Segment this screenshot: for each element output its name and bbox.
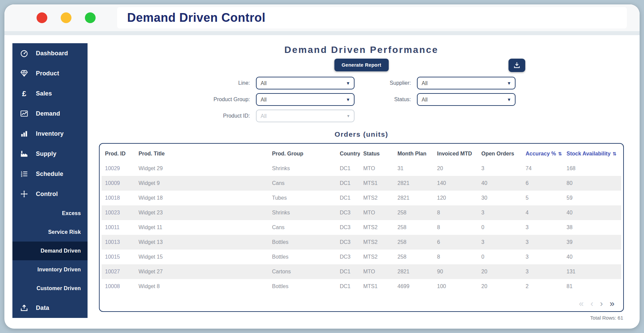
sidebar-item-product[interactable]: Product — [12, 63, 88, 83]
download-button[interactable] — [508, 59, 525, 72]
table-cell-status: MTS1 — [360, 279, 394, 294]
zoom-window-button[interactable] — [85, 12, 96, 23]
table-cell-accuracy: 5 — [522, 191, 563, 205]
gem-icon — [20, 69, 32, 78]
first-page-button[interactable]: « — [579, 299, 584, 308]
table-cell-prod-title: Widget 27 — [135, 264, 269, 279]
orders-title: Orders (units) — [99, 130, 624, 138]
table-cell-accuracy: 3 — [522, 264, 563, 279]
filter-product-group: All▼ — [256, 93, 355, 106]
table-cell-invoiced-mtd: 8 — [434, 205, 478, 220]
table-cell-country: DC1 — [336, 279, 360, 294]
table-cell-month-plan: 4699 — [394, 279, 434, 294]
column-header-invoiced-mtd: Invoiced MTD — [434, 146, 478, 161]
table-cell-status: MTS2 — [360, 250, 394, 264]
window-title-box: Demand Driven Control — [117, 7, 627, 28]
column-header-label: Open Orders — [481, 151, 514, 156]
line-select[interactable]: All — [256, 77, 355, 89]
column-header-stock-availability[interactable]: Stock Availability⇅ — [563, 146, 621, 161]
filter-supplier: All▼ — [417, 77, 516, 89]
column-header-accuracy[interactable]: Accuracy %⇅ — [522, 146, 563, 161]
sidebar-item-demand[interactable]: Demand — [12, 104, 88, 124]
table-cell-accuracy: 3 — [522, 220, 563, 235]
product-group-select[interactable]: All — [256, 93, 355, 106]
table-cell-open-orders: 40 — [478, 176, 522, 191]
gauge-icon — [20, 49, 32, 58]
table-cell-status: MTO — [360, 205, 394, 220]
sidebar-item-label: Demand — [36, 110, 60, 117]
svg-text:£: £ — [22, 89, 26, 98]
sidebar-item-dashboard[interactable]: Dashboard — [12, 43, 88, 63]
table-cell-accuracy: 3 — [522, 250, 563, 264]
table-cell-invoiced-mtd: 100 — [434, 279, 478, 294]
download-icon — [513, 62, 521, 69]
column-header-label: Prod. Group — [272, 151, 303, 156]
table-cell-invoiced-mtd: 90 — [434, 264, 478, 279]
table-cell-invoiced-mtd: 140 — [434, 176, 478, 191]
numbered-list-icon: 123 — [20, 170, 32, 178]
table-cell-month-plan: 258 — [394, 220, 434, 235]
table-cell-prod-group: Cans — [269, 220, 336, 235]
table-cell-prod-group: Shrinks — [269, 205, 336, 220]
sidebar-item-inventory[interactable]: Inventory — [12, 124, 88, 144]
supplier-select[interactable]: All — [417, 77, 516, 89]
table-cell-country: DC1 — [336, 176, 360, 191]
table-cell-prod-title: Widget 23 — [135, 205, 269, 220]
table-cell-open-orders: 0 — [478, 220, 522, 235]
filter-label-product-group: Product Group: — [214, 96, 250, 103]
generate-report-button[interactable]: Generate Report — [334, 59, 388, 71]
table-cell-month-plan: 2821 — [394, 264, 434, 279]
column-header-country: Country — [336, 146, 360, 161]
filter-line: All▼ — [256, 77, 355, 89]
sidebar-item-schedule[interactable]: 123Schedule — [12, 164, 88, 184]
table-cell-prod-id: 10013 — [102, 235, 135, 250]
sidebar-item-supply[interactable]: Supply — [12, 144, 88, 164]
table-cell-invoiced-mtd: 8 — [434, 220, 478, 235]
close-window-button[interactable] — [37, 12, 47, 23]
page-title: Demand Driven Performance — [99, 45, 624, 55]
table-cell-status: MTS2 — [360, 235, 394, 250]
sidebar-item-excess[interactable]: Excess — [12, 204, 88, 223]
prev-page-button[interactable]: ‹ — [590, 299, 593, 308]
column-header-status: Status — [360, 146, 394, 161]
table-row: 10011Widget 11CansDC3MTS225880338 — [102, 220, 621, 235]
sidebar-item-inventory-driven[interactable]: Inventory Driven — [12, 260, 88, 279]
sidebar-item-label: Customer Driven — [37, 285, 81, 291]
next-page-button[interactable]: › — [600, 299, 603, 308]
main-content: Demand Driven Performance Generate Repor… — [88, 43, 640, 321]
table-cell-invoiced-mtd: 8 — [434, 250, 478, 264]
sidebar-item-demand-driven[interactable]: Demand Driven — [12, 242, 88, 260]
table-cell-status: MTS2 — [360, 191, 394, 205]
table-cell-prod-id: 10008 — [102, 279, 135, 294]
sidebar-item-label: Data — [36, 305, 49, 312]
last-page-button[interactable]: » — [610, 299, 614, 308]
sidebar-item-customer-driven[interactable]: Customer Driven — [12, 279, 88, 298]
column-header-open-orders: Open Orders — [478, 146, 522, 161]
sidebar-item-label: Control — [36, 191, 58, 198]
table-cell-accuracy: 2 — [522, 279, 563, 294]
sidebar-item-service-risk[interactable]: Service Risk — [12, 223, 88, 242]
sort-icon: ⇅ — [612, 151, 616, 156]
column-header-label: Month Plan — [397, 151, 426, 156]
sidebar-item-data[interactable]: Data — [12, 298, 88, 318]
table-cell-status: MTS1 — [360, 176, 394, 191]
table-cell-stock-availability: 81 — [563, 279, 621, 294]
table-cell-country: DC1 — [336, 191, 360, 205]
minimize-window-button[interactable] — [61, 12, 71, 23]
status-select[interactable]: All — [417, 93, 516, 106]
table-cell-invoiced-mtd: 20 — [434, 161, 478, 176]
app-window: Demand Driven Control DashboardProduct£S… — [4, 4, 640, 329]
table-cell-accuracy: 3 — [522, 235, 563, 250]
table-cell-prod-title: Widget 15 — [135, 250, 269, 264]
table-cell-prod-group: Bottles — [269, 250, 336, 264]
table-cell-stock-availability: 168 — [563, 161, 621, 176]
sidebar-item-control[interactable]: Control — [12, 184, 88, 204]
table-cell-prod-group: Cans — [269, 176, 336, 191]
product-id-select[interactable]: All — [256, 110, 355, 122]
table-cell-open-orders: 0 — [478, 250, 522, 264]
table-cell-prod-id: 10029 — [102, 161, 135, 176]
table-cell-open-orders: 3 — [478, 235, 522, 250]
sidebar-item-sales[interactable]: £Sales — [12, 83, 88, 104]
orders-table: Prod. IDProd. TitleProd. GroupCountrySta… — [102, 146, 621, 294]
table-row: 10023Widget 23ShrinksDC3MTO25883440 — [102, 205, 621, 220]
